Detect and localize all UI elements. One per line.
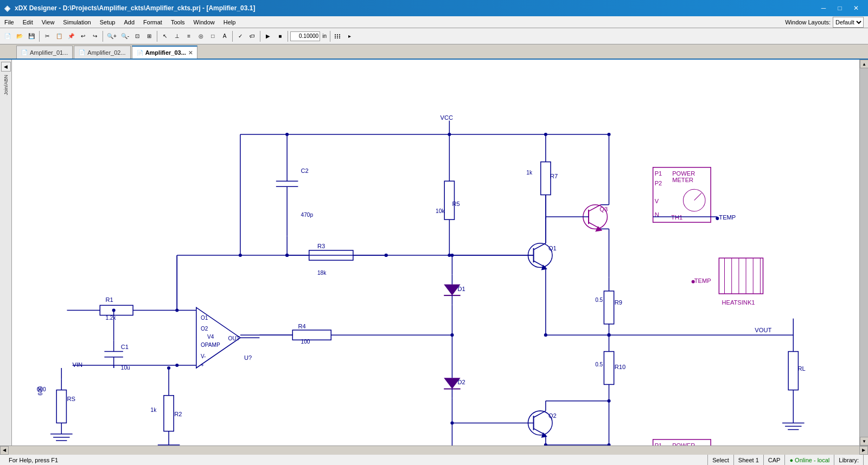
- tb-zoom-in[interactable]: 🔍+: [105, 30, 118, 42]
- svg-rect-107: [604, 352, 614, 385]
- bottom-scrollbar: ◀ ▶: [0, 445, 868, 454]
- svg-text:R10: R10: [615, 364, 626, 370]
- svg-text:TH1: TH1: [671, 214, 682, 221]
- tb-simulate[interactable]: ▶: [263, 30, 273, 42]
- status-help-text: For Help, press F1: [9, 457, 58, 463]
- svg-text:R3: R3: [317, 243, 325, 249]
- tb-stop[interactable]: ■: [275, 30, 285, 42]
- left-btn-1[interactable]: ◀: [1, 62, 11, 72]
- svg-text:R2: R2: [174, 411, 182, 417]
- svg-point-226: [544, 443, 547, 445]
- status-online-text: ● Online - local: [789, 457, 829, 463]
- menu-add[interactable]: Add: [119, 16, 139, 28]
- scroll-track-horizontal[interactable]: [9, 446, 859, 455]
- tb-sep7: [330, 31, 330, 42]
- scroll-down-button[interactable]: ▼: [860, 437, 868, 445]
- svg-text:RL: RL: [797, 365, 805, 372]
- svg-text:1k: 1k: [151, 407, 157, 413]
- maximize-button[interactable]: □: [832, 3, 847, 14]
- tb-zoom-out[interactable]: 🔍-: [119, 30, 131, 42]
- status-select: Select: [708, 455, 734, 465]
- minimize-button[interactable]: ─: [816, 3, 831, 14]
- zoom-input[interactable]: [290, 31, 320, 41]
- scroll-track-vertical[interactable]: [860, 68, 868, 437]
- scroll-up-button[interactable]: ▲: [860, 60, 868, 68]
- zoom-unit: in: [321, 33, 328, 39]
- menu-help[interactable]: Help: [219, 16, 240, 28]
- svg-rect-61: [719, 258, 763, 294]
- svg-text:P2: P2: [655, 180, 662, 186]
- tb-annotate[interactable]: 🏷: [247, 30, 258, 42]
- tb-zoom-fit[interactable]: ⊡: [132, 30, 143, 42]
- grid-icon: [335, 34, 341, 38]
- tab-amplifier01[interactable]: 📄 Amplifier_01...: [16, 46, 73, 59]
- svg-text:VCC: VCC: [441, 114, 454, 121]
- tb-undo[interactable]: ↩: [78, 30, 88, 42]
- svg-rect-173: [56, 390, 66, 423]
- statusbar: For Help, press F1 Select Sheet 1 CAP ● …: [0, 454, 868, 465]
- svg-point-69: [692, 280, 695, 283]
- tb-net[interactable]: ◎: [195, 30, 206, 42]
- tb-bus[interactable]: ≡: [183, 30, 194, 42]
- svg-point-9: [239, 254, 242, 257]
- titlebar: ◈ xDX Designer - D:\Projects\Amplifier_c…: [0, 0, 868, 16]
- svg-rect-90: [292, 330, 331, 340]
- status-library: Library:: [834, 455, 864, 465]
- svg-point-165: [112, 308, 116, 312]
- svg-rect-73: [788, 352, 798, 390]
- svg-point-219: [607, 133, 610, 136]
- menu-window[interactable]: Window: [189, 16, 219, 28]
- svg-text:0.5: 0.5: [595, 361, 603, 367]
- menu-tools[interactable]: Tools: [167, 16, 189, 28]
- tb-redo[interactable]: ↪: [90, 30, 100, 42]
- tb-sep6: [288, 31, 288, 42]
- window-layouts-select[interactable]: Default: [833, 17, 864, 28]
- tab-amplifier03[interactable]: 📄 Amplifier_03... ✕: [132, 46, 197, 59]
- tb-paste[interactable]: 📌: [66, 30, 76, 42]
- menu-format[interactable]: Format: [139, 16, 167, 28]
- menu-edit[interactable]: Edit: [18, 16, 37, 28]
- menu-file[interactable]: File: [0, 16, 18, 28]
- scroll-right-button[interactable]: ▶: [859, 446, 868, 455]
- tb-text[interactable]: A: [219, 30, 230, 42]
- tb-zoom-area[interactable]: ⊞: [144, 30, 155, 42]
- tb-grid[interactable]: [333, 30, 343, 42]
- svg-text:Q2: Q2: [548, 412, 557, 419]
- tb-cut[interactable]: ✂: [42, 30, 53, 42]
- tb-check[interactable]: ✓: [235, 30, 246, 42]
- schematic-svg: .wire { stroke: #00008B; stroke-width: 1…: [12, 60, 859, 445]
- tb-open[interactable]: 📂: [14, 30, 25, 42]
- svg-text:R7: R7: [550, 173, 558, 179]
- svg-text:POWER: POWER: [672, 170, 695, 177]
- svg-text:TEMP: TEMP: [694, 277, 711, 284]
- tb-symbol[interactable]: □: [207, 30, 218, 42]
- close-button[interactable]: ✕: [848, 3, 864, 14]
- svg-text:Q1: Q1: [548, 245, 557, 251]
- menu-setup[interactable]: Setup: [95, 16, 120, 28]
- tb-sep2: [103, 31, 103, 42]
- svg-text:10u: 10u: [121, 365, 130, 371]
- scroll-left-button[interactable]: ◀: [0, 446, 9, 455]
- tb-save[interactable]: 💾: [26, 30, 37, 42]
- titlebar-left: ◈ xDX Designer - D:\Projects\Amplifier_c…: [4, 4, 255, 12]
- svg-text:C2: C2: [301, 167, 309, 174]
- tb-more[interactable]: ▸: [344, 30, 355, 42]
- tb-new[interactable]: 📄: [2, 30, 13, 42]
- canvas-area[interactable]: .wire { stroke: #00008B; stroke-width: 1…: [12, 60, 859, 445]
- svg-point-199: [167, 366, 170, 370]
- tb-wire[interactable]: ⊥: [171, 30, 182, 42]
- menu-simulation[interactable]: Simulation: [59, 16, 95, 28]
- tb-copy[interactable]: 📋: [54, 30, 65, 42]
- svg-text:VIN: VIN: [73, 361, 83, 368]
- tab-label-1: Amplifier_01...: [30, 49, 68, 56]
- tb-select[interactable]: ↖: [159, 30, 170, 42]
- tab-amplifier02[interactable]: 📄 Amplifier_02...: [74, 46, 130, 59]
- svg-text:POWER: POWER: [672, 442, 695, 445]
- menu-view[interactable]: View: [37, 16, 59, 28]
- tab-close-3[interactable]: ✕: [188, 50, 193, 56]
- tab-icon-2: 📄: [79, 49, 85, 55]
- svg-text:10k: 10k: [436, 208, 445, 214]
- svg-point-170: [175, 364, 178, 367]
- svg-text:470p: 470p: [301, 212, 314, 218]
- status-select-text: Select: [712, 457, 729, 463]
